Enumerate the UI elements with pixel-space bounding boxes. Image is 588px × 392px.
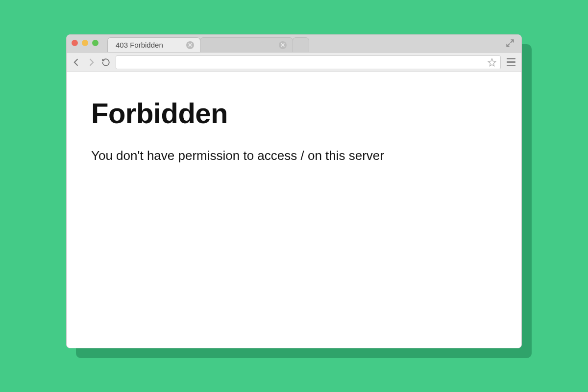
fullscreen-icon[interactable]: [506, 39, 514, 48]
back-button[interactable]: [72, 57, 81, 67]
page-content: Forbidden You don't have permission to a…: [67, 72, 521, 348]
window-controls: [72, 40, 107, 52]
tab-active[interactable]: 403 Forbidden ✕: [107, 37, 200, 52]
error-message: You don't have permission to access / on…: [91, 148, 497, 163]
window-minimize-button[interactable]: [82, 40, 88, 46]
forward-button[interactable]: [86, 57, 96, 67]
bookmark-star-icon[interactable]: [488, 58, 496, 67]
close-tab-icon[interactable]: ✕: [186, 41, 194, 49]
tab-title: 403 Forbidden: [116, 41, 181, 49]
window-maximize-button[interactable]: [92, 40, 98, 46]
menu-button[interactable]: [506, 57, 516, 68]
tab-inactive[interactable]: ✕: [200, 37, 293, 52]
error-heading: Forbidden: [91, 97, 497, 130]
tab-strip: 403 Forbidden ✕ ✕: [67, 35, 521, 52]
browser-window: 403 Forbidden ✕ ✕: [66, 34, 522, 348]
window-close-button[interactable]: [72, 40, 78, 46]
close-tab-icon[interactable]: ✕: [279, 41, 287, 49]
new-tab-button[interactable]: [293, 37, 309, 52]
address-bar[interactable]: [116, 55, 501, 69]
toolbar: [67, 52, 521, 72]
reload-button[interactable]: [101, 57, 111, 67]
